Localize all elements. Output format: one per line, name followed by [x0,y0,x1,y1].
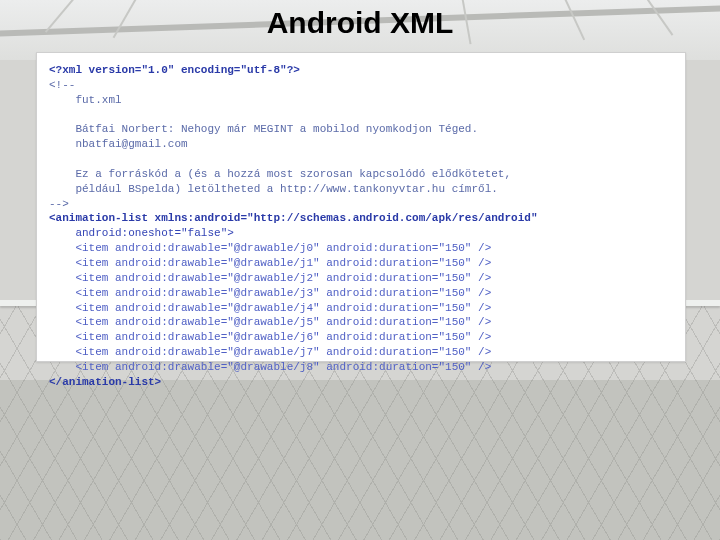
item-line: <item android:drawable="@drawable/j2" an… [49,272,491,284]
comment-line: Bátfai Norbert: Nehogy már MEGINT a mobi… [49,123,478,135]
comment-line: fut.xml [49,94,122,106]
item-line: <item android:drawable="@drawable/j1" an… [49,257,491,269]
item-line: <item android:drawable="@drawable/j4" an… [49,302,491,314]
comment-line: például BSpelda) letöltheted a http://ww… [49,183,498,195]
comment-line: --> [49,198,69,210]
item-line: <item android:drawable="@drawable/j8" an… [49,361,491,373]
xml-code-block: <?xml version="1.0" encoding="utf-8"?> <… [37,53,685,400]
comment-line: <!-- [49,79,75,91]
item-line: <item android:drawable="@drawable/j0" an… [49,242,491,254]
root-close: </animation-list> [49,376,161,388]
item-line: <item android:drawable="@drawable/j6" an… [49,331,491,343]
code-panel: <?xml version="1.0" encoding="utf-8"?> <… [36,52,686,362]
xml-declaration: <?xml version="1.0" encoding="utf-8"?> [49,64,300,76]
item-line: <item android:drawable="@drawable/j7" an… [49,346,491,358]
slide-title: Android XML [0,6,720,40]
item-line: <item android:drawable="@drawable/j3" an… [49,287,491,299]
root-attr: android:oneshot="false"> [49,227,234,239]
comment-line: Ez a forráskód a (és a hozzá most szoros… [49,168,511,180]
item-line: <item android:drawable="@drawable/j5" an… [49,316,491,328]
comment-line: nbatfai@gmail.com [49,138,188,150]
root-open: <animation-list xmlns:android="http://sc… [49,212,537,224]
